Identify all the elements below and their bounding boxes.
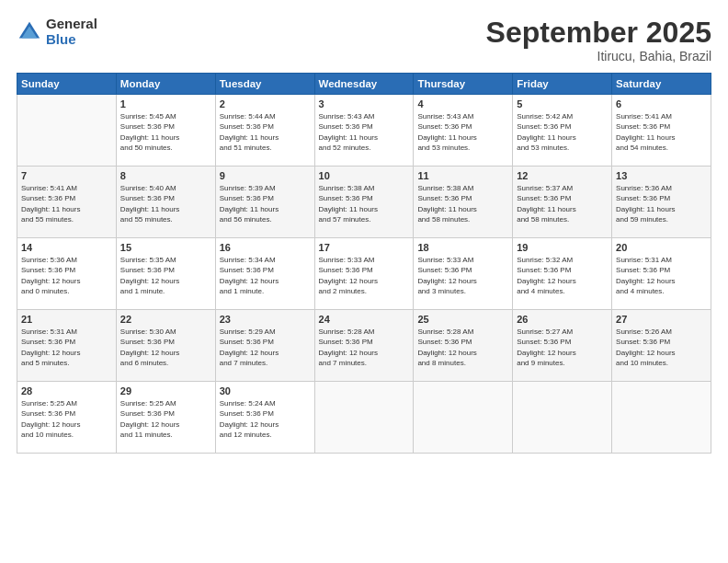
- subtitle: Itirucu, Bahia, Brazil: [486, 49, 711, 63]
- day-number: 12: [517, 170, 608, 181]
- day-cell: 29Sunrise: 5:25 AM Sunset: 5:36 PM Dayli…: [116, 382, 215, 454]
- day-number: 22: [120, 314, 211, 325]
- header-cell-sunday: Sunday: [17, 74, 117, 95]
- day-info: Sunrise: 5:25 AM Sunset: 5:36 PM Dayligh…: [21, 398, 112, 440]
- day-info: Sunrise: 5:36 AM Sunset: 5:36 PM Dayligh…: [616, 183, 707, 224]
- day-cell: 2Sunrise: 5:44 AM Sunset: 5:36 PM Daylig…: [215, 95, 314, 167]
- calendar-table: SundayMondayTuesdayWednesdayThursdayFrid…: [17, 73, 711, 454]
- header: General Blue September 2025 Itirucu, Bah…: [17, 17, 711, 63]
- day-info: Sunrise: 5:29 AM Sunset: 5:36 PM Dayligh…: [220, 327, 311, 368]
- day-number: 13: [616, 170, 707, 181]
- day-info: Sunrise: 5:26 AM Sunset: 5:36 PM Dayligh…: [616, 327, 707, 368]
- day-cell: [612, 382, 711, 454]
- day-number: 18: [417, 242, 508, 253]
- day-cell: 11Sunrise: 5:38 AM Sunset: 5:36 PM Dayli…: [414, 167, 513, 238]
- day-number: 6: [616, 98, 707, 109]
- logo: General Blue: [17, 17, 97, 47]
- logo-icon: [17, 19, 42, 45]
- day-number: 27: [616, 314, 707, 325]
- day-cell: 24Sunrise: 5:28 AM Sunset: 5:36 PM Dayli…: [314, 310, 414, 382]
- week-row-0: 1Sunrise: 5:45 AM Sunset: 5:36 PM Daylig…: [17, 95, 711, 167]
- day-cell: 17Sunrise: 5:33 AM Sunset: 5:36 PM Dayli…: [314, 238, 414, 310]
- month-title: September 2025: [486, 17, 711, 49]
- day-number: 11: [417, 170, 508, 181]
- day-cell: 21Sunrise: 5:31 AM Sunset: 5:36 PM Dayli…: [17, 310, 117, 382]
- page: General Blue September 2025 Itirucu, Bah…: [0, 0, 728, 563]
- day-cell: 3Sunrise: 5:43 AM Sunset: 5:36 PM Daylig…: [314, 95, 414, 167]
- logo-general: General: [46, 17, 97, 32]
- day-cell: [314, 382, 414, 454]
- day-info: Sunrise: 5:27 AM Sunset: 5:36 PM Dayligh…: [517, 327, 608, 368]
- day-cell: 15Sunrise: 5:35 AM Sunset: 5:36 PM Dayli…: [116, 238, 215, 310]
- day-info: Sunrise: 5:44 AM Sunset: 5:36 PM Dayligh…: [220, 111, 311, 153]
- day-cell: 12Sunrise: 5:37 AM Sunset: 5:36 PM Dayli…: [513, 167, 612, 238]
- day-number: 17: [319, 242, 410, 253]
- title-block: September 2025 Itirucu, Bahia, Brazil: [486, 17, 711, 63]
- day-info: Sunrise: 5:33 AM Sunset: 5:36 PM Dayligh…: [417, 255, 508, 296]
- day-info: Sunrise: 5:38 AM Sunset: 5:36 PM Dayligh…: [319, 183, 410, 224]
- week-row-3: 21Sunrise: 5:31 AM Sunset: 5:36 PM Dayli…: [17, 310, 711, 382]
- day-cell: 13Sunrise: 5:36 AM Sunset: 5:36 PM Dayli…: [612, 167, 711, 238]
- day-cell: 4Sunrise: 5:43 AM Sunset: 5:36 PM Daylig…: [414, 95, 513, 167]
- day-info: Sunrise: 5:37 AM Sunset: 5:36 PM Dayligh…: [517, 183, 608, 224]
- day-cell: 14Sunrise: 5:36 AM Sunset: 5:36 PM Dayli…: [17, 238, 117, 310]
- day-number: 16: [220, 242, 311, 253]
- day-cell: [513, 382, 612, 454]
- day-cell: 6Sunrise: 5:41 AM Sunset: 5:36 PM Daylig…: [612, 95, 711, 167]
- logo-blue: Blue: [46, 32, 97, 48]
- header-row: SundayMondayTuesdayWednesdayThursdayFrid…: [17, 74, 711, 95]
- day-info: Sunrise: 5:42 AM Sunset: 5:36 PM Dayligh…: [517, 111, 608, 153]
- header-cell-wednesday: Wednesday: [314, 74, 414, 95]
- day-cell: 25Sunrise: 5:28 AM Sunset: 5:36 PM Dayli…: [414, 310, 513, 382]
- day-info: Sunrise: 5:40 AM Sunset: 5:36 PM Dayligh…: [120, 183, 211, 224]
- day-cell: [414, 382, 513, 454]
- logo-text: General Blue: [46, 17, 97, 47]
- day-number: 1: [120, 98, 211, 109]
- day-number: 21: [21, 314, 112, 325]
- day-number: 8: [120, 170, 211, 181]
- day-cell: 26Sunrise: 5:27 AM Sunset: 5:36 PM Dayli…: [513, 310, 612, 382]
- day-info: Sunrise: 5:25 AM Sunset: 5:36 PM Dayligh…: [120, 398, 211, 440]
- day-cell: 23Sunrise: 5:29 AM Sunset: 5:36 PM Dayli…: [215, 310, 314, 382]
- day-info: Sunrise: 5:24 AM Sunset: 5:36 PM Dayligh…: [220, 398, 311, 440]
- day-cell: 19Sunrise: 5:32 AM Sunset: 5:36 PM Dayli…: [513, 238, 612, 310]
- day-number: 2: [220, 98, 311, 109]
- day-number: 23: [220, 314, 311, 325]
- day-info: Sunrise: 5:41 AM Sunset: 5:36 PM Dayligh…: [21, 183, 112, 224]
- day-cell: 30Sunrise: 5:24 AM Sunset: 5:36 PM Dayli…: [215, 382, 314, 454]
- day-info: Sunrise: 5:35 AM Sunset: 5:36 PM Dayligh…: [120, 255, 211, 296]
- day-info: Sunrise: 5:32 AM Sunset: 5:36 PM Dayligh…: [517, 255, 608, 296]
- day-number: 30: [220, 385, 311, 396]
- day-info: Sunrise: 5:31 AM Sunset: 5:36 PM Dayligh…: [616, 255, 707, 296]
- day-info: Sunrise: 5:31 AM Sunset: 5:36 PM Dayligh…: [21, 327, 112, 368]
- day-info: Sunrise: 5:28 AM Sunset: 5:36 PM Dayligh…: [417, 327, 508, 368]
- day-number: 20: [616, 242, 707, 253]
- day-number: 28: [21, 385, 112, 396]
- day-info: Sunrise: 5:39 AM Sunset: 5:36 PM Dayligh…: [220, 183, 311, 224]
- week-row-2: 14Sunrise: 5:36 AM Sunset: 5:36 PM Dayli…: [17, 238, 711, 310]
- day-cell: [17, 95, 117, 167]
- day-info: Sunrise: 5:43 AM Sunset: 5:36 PM Dayligh…: [417, 111, 508, 153]
- day-number: 3: [319, 98, 410, 109]
- day-cell: 18Sunrise: 5:33 AM Sunset: 5:36 PM Dayli…: [414, 238, 513, 310]
- day-info: Sunrise: 5:34 AM Sunset: 5:36 PM Dayligh…: [220, 255, 311, 296]
- day-cell: 16Sunrise: 5:34 AM Sunset: 5:36 PM Dayli…: [215, 238, 314, 310]
- day-info: Sunrise: 5:45 AM Sunset: 5:36 PM Dayligh…: [120, 111, 211, 153]
- day-number: 14: [21, 242, 112, 253]
- day-number: 10: [319, 170, 410, 181]
- day-info: Sunrise: 5:43 AM Sunset: 5:36 PM Dayligh…: [319, 111, 410, 153]
- day-cell: 27Sunrise: 5:26 AM Sunset: 5:36 PM Dayli…: [612, 310, 711, 382]
- day-cell: 22Sunrise: 5:30 AM Sunset: 5:36 PM Dayli…: [116, 310, 215, 382]
- day-info: Sunrise: 5:41 AM Sunset: 5:36 PM Dayligh…: [616, 111, 707, 153]
- day-cell: 20Sunrise: 5:31 AM Sunset: 5:36 PM Dayli…: [612, 238, 711, 310]
- day-number: 26: [517, 314, 608, 325]
- day-cell: 9Sunrise: 5:39 AM Sunset: 5:36 PM Daylig…: [215, 167, 314, 238]
- day-number: 7: [21, 170, 112, 181]
- day-info: Sunrise: 5:38 AM Sunset: 5:36 PM Dayligh…: [417, 183, 508, 224]
- header-cell-saturday: Saturday: [612, 74, 711, 95]
- day-number: 15: [120, 242, 211, 253]
- day-number: 29: [120, 385, 211, 396]
- day-info: Sunrise: 5:30 AM Sunset: 5:36 PM Dayligh…: [120, 327, 211, 368]
- week-row-1: 7Sunrise: 5:41 AM Sunset: 5:36 PM Daylig…: [17, 167, 711, 238]
- week-row-4: 28Sunrise: 5:25 AM Sunset: 5:36 PM Dayli…: [17, 382, 711, 454]
